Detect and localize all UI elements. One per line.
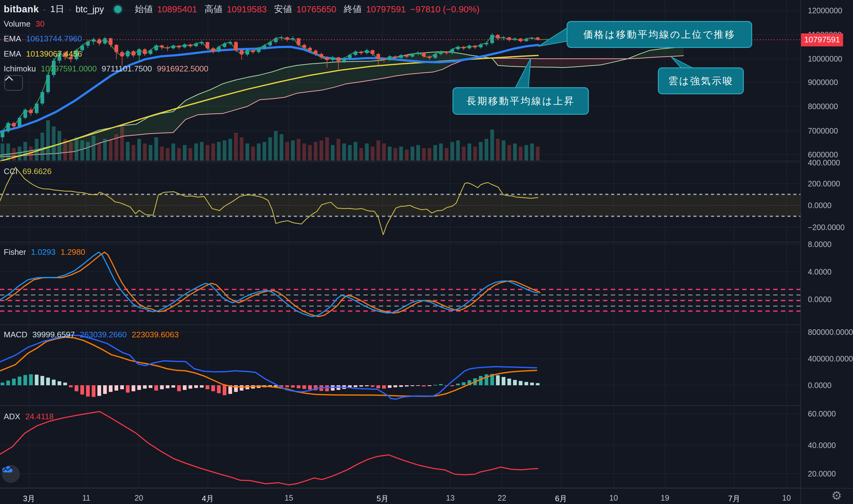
volume-bar	[485, 139, 488, 161]
macd-histogram-bar	[365, 385, 369, 386]
candle-body	[166, 47, 170, 48]
symbol-name[interactable]: btc_jpy	[75, 4, 104, 15]
legend-macd[interactable]: MACD 39999.6597 263039.2660 223039.6063	[4, 330, 179, 340]
ichimoku-value-2: 9711101.7500	[102, 64, 152, 74]
ichimoku-cloud	[639, 50, 650, 58]
volume-bar	[40, 133, 44, 161]
candle-body	[445, 52, 448, 53]
volume-value: 30	[36, 19, 45, 29]
macd-histogram-bar	[40, 376, 44, 385]
macd-histogram-bar	[519, 381, 522, 385]
ichimoku-cloud	[124, 124, 136, 136]
volume-bar	[285, 142, 289, 161]
volume-bar	[126, 142, 129, 161]
candle-body	[251, 50, 255, 52]
volume-bar	[314, 142, 318, 161]
macd-histogram-bar	[97, 385, 101, 396]
candle-body	[365, 50, 369, 53]
candle-body	[325, 57, 329, 60]
candle-body	[530, 38, 534, 39]
candle-body	[46, 75, 50, 92]
volume-bar	[280, 134, 283, 161]
volume-bar	[81, 140, 84, 161]
macd-histogram-bar	[507, 379, 511, 385]
volume-bar	[456, 140, 460, 161]
volume-bar	[114, 134, 118, 161]
candle-body	[194, 43, 198, 46]
price-axis-label: 9000000	[808, 78, 838, 87]
candle-body	[137, 49, 141, 55]
macd-histogram-bar	[530, 382, 534, 385]
callout-cloud-bullish[interactable]: 雲は強気示唆	[658, 67, 744, 94]
volume-bar	[399, 147, 403, 161]
candle-body	[240, 50, 244, 54]
candle-body	[319, 54, 323, 57]
legend-volume[interactable]: Volume 30	[4, 19, 45, 29]
candle-body	[35, 104, 38, 113]
legend-fisher[interactable]: Fisher 1.0293 1.2980	[4, 247, 85, 257]
ichimoku-cloud	[285, 66, 297, 97]
tradingview-cloud-logo[interactable]	[2, 465, 20, 483]
macd-histogram-bar	[194, 385, 198, 388]
settings-gear-icon[interactable]: ⚙	[821, 488, 852, 503]
cci-label: CCI	[4, 167, 18, 176]
legend-adx[interactable]: ADX 24.4118	[4, 412, 54, 421]
macd-histogram-bar	[74, 385, 78, 391]
exchange-name[interactable]: bitbank	[4, 4, 39, 15]
macd-histogram-bar	[189, 385, 192, 389]
macd-histogram-bar	[376, 385, 380, 388]
time-axis-label: 19	[661, 493, 669, 502]
candle-body	[103, 38, 107, 43]
callout-price-above-ma[interactable]: 価格は移動平均線の上位で推移	[567, 21, 752, 48]
legend-ema-slow[interactable]: EMA 10139067.4456	[4, 49, 82, 59]
candle-body	[40, 92, 44, 104]
volume-bar	[433, 145, 437, 161]
legend-ema-fast[interactable]: EMA 10613744.7960	[4, 34, 82, 43]
separator-dot: ·	[43, 5, 46, 14]
time-axis-label: 20	[135, 493, 143, 502]
macd-histogram-bar	[18, 377, 21, 385]
volume-bar	[166, 148, 170, 161]
volume-bar	[325, 137, 329, 161]
price-axis-label: 0.0000	[808, 295, 831, 304]
collapse-panel-button[interactable]	[4, 75, 23, 91]
macd-histogram-bar	[52, 380, 56, 385]
time-axis[interactable]: 3月11204月155月13226月10197月10	[0, 488, 853, 504]
candle-body	[405, 55, 409, 57]
macd-histogram-bar	[217, 385, 221, 393]
time-axis-label: 7月	[728, 493, 741, 504]
ichimoku-cloud	[334, 61, 346, 87]
candle-body	[12, 123, 16, 126]
macd-histogram-bar	[23, 375, 27, 385]
macd-histogram-bar	[131, 385, 135, 391]
macd-histogram-bar	[12, 379, 16, 385]
price-axis-label: 400.0000	[808, 158, 840, 167]
volume-bar	[69, 142, 73, 161]
volume-bar	[513, 143, 517, 161]
volume-bar	[507, 145, 511, 161]
candle-body	[416, 53, 420, 54]
price-axis-label: −200.0000	[808, 223, 845, 232]
interval-selector[interactable]: 1日	[50, 3, 64, 16]
price-axis-label: 8.0000	[808, 240, 831, 249]
legend-cci[interactable]: CCI 69.6626	[4, 167, 52, 176]
fisher-value-2: 1.2980	[60, 247, 85, 257]
macd-histogram-bar	[536, 383, 540, 385]
legend-ichimoku[interactable]: Ichimoku 10797591.0000 9711101.7500 9916…	[4, 64, 209, 74]
callout-longterm-ma-rising[interactable]: 長期移動平均線は上昇	[452, 87, 589, 115]
ichimoku-cloud	[371, 60, 384, 80]
cci-value: 69.6626	[22, 167, 52, 176]
adx-value: 24.4118	[25, 412, 54, 421]
volume-bar	[268, 137, 272, 161]
price-axis-label: 12000000	[808, 6, 842, 15]
candle-body	[154, 46, 158, 50]
volume-bar	[103, 139, 107, 161]
volume-bar	[428, 148, 431, 161]
price-axis[interactable]: 1200000011000000100000009000000800000070…	[800, 0, 853, 504]
candle-body	[382, 59, 386, 60]
macd-histogram-bar	[462, 382, 465, 385]
candle-body	[143, 49, 147, 54]
volume-bar	[12, 148, 16, 161]
macd-histogram-bar	[502, 377, 505, 385]
close-value: 10797591	[366, 4, 406, 15]
